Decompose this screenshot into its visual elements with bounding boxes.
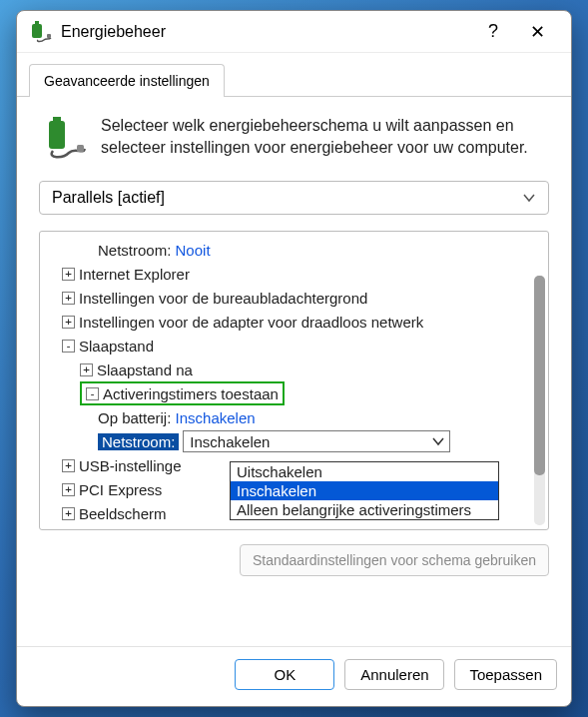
settings-tree-container: Netstroom: Nooit + Internet Explorer + I… [39, 231, 549, 530]
collapse-icon[interactable]: - [86, 387, 99, 400]
tree-label: Instellingen voor de adapter voor draadl… [79, 314, 423, 331]
tree-item-wireless-adapter[interactable]: + Instellingen voor de adapter voor draa… [62, 310, 544, 334]
tree-item-sleep[interactable]: - Slaapstand [62, 334, 544, 358]
tab-bar: Geavanceerde instellingen [17, 53, 571, 97]
highlight-frame: - Activeringstimers toestaan [80, 381, 285, 405]
value-dropdown-list[interactable]: Uitschakelen Inschakelen Alleen belangri… [230, 461, 499, 520]
dropdown-option[interactable]: Alleen belangrijke activeringstimers [231, 500, 498, 519]
tree-item-desktop-background[interactable]: + Instellingen voor de bureaubladachterg… [62, 286, 544, 310]
svg-rect-5 [77, 145, 84, 152]
tab-content: Selecteer welk energiebeheerschema u wil… [17, 97, 571, 646]
expand-icon[interactable]: + [80, 363, 93, 376]
setting-value[interactable]: Nooit [176, 242, 211, 259]
intro-text: Selecteer welk energiebeheerschema u wil… [101, 115, 549, 163]
tree-item-internet-explorer[interactable]: + Internet Explorer [62, 262, 544, 286]
svg-rect-3 [49, 121, 65, 149]
intro-row: Selecteer welk energiebeheerschema u wil… [39, 115, 549, 163]
restore-defaults-button[interactable]: Standaardinstellingen voor schema gebrui… [240, 544, 549, 576]
tree-item-netstroom-root[interactable]: Netstroom: Nooit [98, 238, 544, 262]
ok-button[interactable]: OK [235, 659, 334, 690]
tree-label: Slaapstand [79, 338, 154, 355]
close-button[interactable]: ✕ [515, 21, 559, 43]
svg-rect-2 [47, 34, 51, 38]
power-scheme-value: Parallels [actief] [52, 189, 165, 207]
tree-item-sleep-after[interactable]: + Slaapstand na [80, 358, 544, 381]
expand-icon[interactable]: + [62, 292, 75, 305]
dropdown-value: Inschakelen [190, 433, 270, 450]
settings-tree[interactable]: Netstroom: Nooit + Internet Explorer + I… [40, 232, 548, 529]
tree-label: Activeringstimers toestaan [103, 385, 279, 402]
svg-rect-0 [32, 24, 42, 38]
expand-icon[interactable]: + [62, 459, 75, 472]
tree-item-on-battery[interactable]: Op batterij: Inschakelen [98, 405, 544, 429]
cancel-button[interactable]: Annuleren [344, 659, 444, 690]
setting-label: Op batterij: [98, 409, 171, 426]
svg-rect-4 [53, 117, 61, 121]
expand-icon[interactable]: + [62, 268, 75, 281]
value-dropdown[interactable]: Inschakelen [183, 430, 450, 452]
collapse-icon[interactable]: - [62, 340, 75, 353]
tree-label: Instellingen voor de bureaubladachtergro… [79, 290, 367, 307]
scrollbar-thumb[interactable] [534, 276, 545, 475]
dropdown-option-selected[interactable]: Inschakelen [231, 481, 498, 500]
setting-label-selected: Netstroom: [98, 433, 179, 450]
power-options-dialog: Energiebeheer ? ✕ Geavanceerde instellin… [16, 10, 572, 707]
window-title: Energiebeheer [61, 23, 471, 41]
tree-label: PCI Express [79, 481, 162, 498]
power-plan-icon [39, 115, 87, 163]
dialog-footer: OK Annuleren Toepassen [17, 646, 571, 706]
dropdown-option[interactable]: Uitschakelen [231, 462, 498, 481]
titlebar: Energiebeheer ? ✕ [17, 11, 571, 53]
tree-item-wake-timers[interactable]: - Activeringstimers toestaan [80, 381, 544, 405]
chevron-down-icon [431, 434, 445, 448]
expand-icon[interactable]: + [62, 483, 75, 496]
tab-advanced-settings[interactable]: Geavanceerde instellingen [29, 64, 225, 97]
tree-label: Slaapstand na [97, 361, 193, 378]
expand-icon[interactable]: + [62, 316, 75, 329]
tree-label: USB-instellinge [79, 457, 182, 474]
power-scheme-select[interactable]: Parallels [actief] [39, 181, 549, 215]
tree-item-on-ac[interactable]: Netstroom: Inschakelen [98, 429, 544, 453]
expand-icon[interactable]: + [62, 507, 75, 520]
tree-label: Beeldscherm [79, 505, 167, 522]
tree-label: Internet Explorer [79, 266, 190, 283]
setting-value[interactable]: Inschakelen [176, 409, 256, 426]
battery-plug-icon [29, 20, 53, 44]
help-button[interactable]: ? [471, 21, 515, 42]
defaults-row: Standaardinstellingen voor schema gebrui… [39, 544, 549, 576]
setting-label: Netstroom: [98, 242, 171, 259]
svg-rect-1 [35, 21, 39, 24]
chevron-down-icon [522, 191, 536, 205]
apply-button[interactable]: Toepassen [454, 659, 557, 690]
